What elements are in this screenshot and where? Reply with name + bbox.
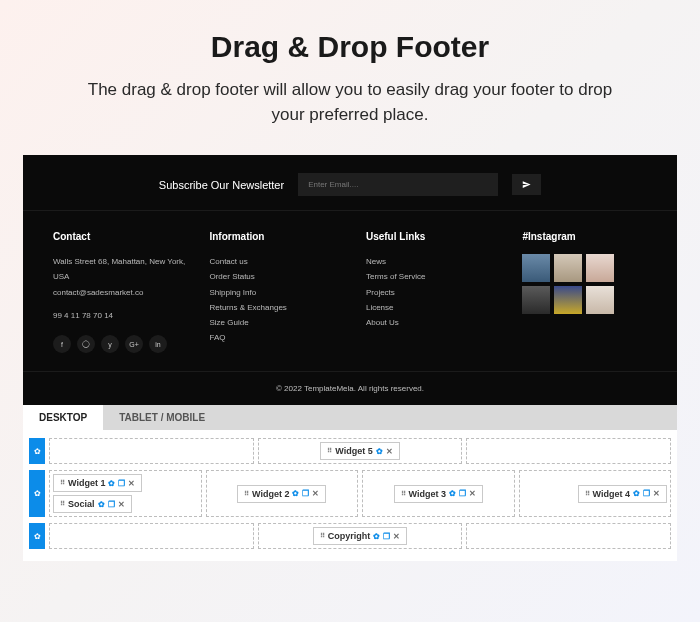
instagram-thumb[interactable] xyxy=(586,286,614,314)
page-subtitle: The drag & drop footer will allow you to… xyxy=(15,78,685,127)
instagram-icon[interactable]: ◯ xyxy=(77,335,95,353)
row-settings-button[interactable]: ✿ xyxy=(29,470,45,517)
gear-icon: ✿ xyxy=(34,447,41,456)
info-link[interactable]: Returns & Exchanges xyxy=(209,300,347,315)
builder-tabs: DESKTOP TABLET / MOBILE xyxy=(23,405,677,430)
widget-block[interactable]: ⠿ Social ✿ ❐ ✕ xyxy=(53,495,132,513)
row-settings-button[interactable]: ✿ xyxy=(29,523,45,549)
drag-icon: ⠿ xyxy=(320,532,325,540)
gear-icon[interactable]: ✿ xyxy=(292,489,299,498)
newsletter-row: Subscribe Our Newsletter xyxy=(23,155,677,211)
widget-label: Social xyxy=(68,499,95,509)
contact-email: contact@sadesmarket.co xyxy=(53,285,191,300)
useful-link[interactable]: News xyxy=(366,254,504,269)
gear-icon[interactable]: ✿ xyxy=(376,447,383,456)
close-icon[interactable]: ✕ xyxy=(118,500,125,509)
facebook-icon[interactable]: f xyxy=(53,335,71,353)
info-link[interactable]: FAQ xyxy=(209,330,347,345)
useful-column: Useful Links News Terms of Service Proje… xyxy=(366,231,504,353)
widget-block[interactable]: ⠿ Widget 4 ✿ ❐ ✕ xyxy=(578,485,667,503)
duplicate-icon[interactable]: ❐ xyxy=(108,500,115,509)
row-settings-button[interactable]: ✿ xyxy=(29,438,45,464)
tab-desktop[interactable]: DESKTOP xyxy=(23,405,103,430)
layout-builder: DESKTOP TABLET / MOBILE ✿ ⠿ Widget 5 ✿ ✕… xyxy=(23,405,677,561)
builder-slot[interactable] xyxy=(466,523,671,549)
drag-icon: ⠿ xyxy=(60,500,65,508)
builder-slot[interactable]: ⠿ Copyright ✿ ❐ ✕ xyxy=(258,523,463,549)
builder-body: ✿ ⠿ Widget 5 ✿ ✕ ✿ ⠿ Widget 1 ✿ ❐ xyxy=(23,430,677,561)
builder-slot[interactable]: ⠿ Widget 4 ✿ ❐ ✕ xyxy=(519,470,672,517)
widget-block[interactable]: ⠿ Widget 1 ✿ ❐ ✕ xyxy=(53,474,142,492)
useful-link[interactable]: License xyxy=(366,300,504,315)
gear-icon[interactable]: ✿ xyxy=(449,489,456,498)
instagram-title: #Instagram xyxy=(522,231,647,242)
instagram-thumb[interactable] xyxy=(586,254,614,282)
close-icon[interactable]: ✕ xyxy=(393,532,400,541)
contact-column: Contact Walls Street 68, Mahattan, New Y… xyxy=(53,231,191,353)
widget-block[interactable]: ⠿ Widget 5 ✿ ✕ xyxy=(320,442,399,460)
builder-slot[interactable] xyxy=(49,523,254,549)
page-title: Drag & Drop Footer xyxy=(15,30,685,64)
builder-row: ✿ ⠿ Copyright ✿ ❐ ✕ xyxy=(29,523,671,549)
builder-slot[interactable] xyxy=(49,438,254,464)
newsletter-send-button[interactable] xyxy=(512,174,541,195)
duplicate-icon[interactable]: ❐ xyxy=(643,489,650,498)
googleplus-icon[interactable]: G+ xyxy=(125,335,143,353)
builder-row: ✿ ⠿ Widget 5 ✿ ✕ xyxy=(29,438,671,464)
drag-icon: ⠿ xyxy=(327,447,332,455)
useful-link[interactable]: Terms of Service xyxy=(366,269,504,284)
builder-slot[interactable]: ⠿ Widget 2 ✿ ❐ ✕ xyxy=(206,470,359,517)
contact-title: Contact xyxy=(53,231,191,242)
builder-slot[interactable]: ⠿ Widget 3 ✿ ❐ ✕ xyxy=(362,470,515,517)
builder-slot[interactable]: ⠿ Widget 1 ✿ ❐ ✕ ⠿ Social ✿ ❐ ✕ xyxy=(49,470,202,517)
useful-link[interactable]: Projects xyxy=(366,285,504,300)
instagram-thumb[interactable] xyxy=(554,286,582,314)
close-icon[interactable]: ✕ xyxy=(386,447,393,456)
info-link[interactable]: Shipping Info xyxy=(209,285,347,300)
gear-icon: ✿ xyxy=(34,489,41,498)
send-icon xyxy=(522,180,531,189)
widget-label: Widget 2 xyxy=(252,489,289,499)
duplicate-icon[interactable]: ❐ xyxy=(118,479,125,488)
duplicate-icon[interactable]: ❐ xyxy=(459,489,466,498)
information-column: Information Contact us Order Status Ship… xyxy=(209,231,347,353)
gear-icon[interactable]: ✿ xyxy=(633,489,640,498)
widget-label: Copyright xyxy=(328,531,371,541)
widget-label: Widget 1 xyxy=(68,478,105,488)
close-icon[interactable]: ✕ xyxy=(128,479,135,488)
social-icons: f ◯ y G+ in xyxy=(53,335,191,353)
duplicate-icon[interactable]: ❐ xyxy=(383,532,390,541)
gear-icon[interactable]: ✿ xyxy=(108,479,115,488)
tab-mobile[interactable]: TABLET / MOBILE xyxy=(103,405,221,430)
instagram-thumb[interactable] xyxy=(522,286,550,314)
copyright-text: © 2022 TemplateMela. All rights reserved… xyxy=(23,371,677,405)
close-icon[interactable]: ✕ xyxy=(653,489,660,498)
twitter-icon[interactable]: y xyxy=(101,335,119,353)
linkedin-icon[interactable]: in xyxy=(149,335,167,353)
newsletter-input[interactable] xyxy=(298,173,498,196)
newsletter-label: Subscribe Our Newsletter xyxy=(159,179,284,191)
useful-link[interactable]: About Us xyxy=(366,315,504,330)
instagram-thumb[interactable] xyxy=(522,254,550,282)
drag-icon: ⠿ xyxy=(401,490,406,498)
widget-block[interactable]: ⠿ Widget 2 ✿ ❐ ✕ xyxy=(237,485,326,503)
duplicate-icon[interactable]: ❐ xyxy=(302,489,309,498)
widget-block[interactable]: ⠿ Widget 3 ✿ ❐ ✕ xyxy=(394,485,483,503)
information-title: Information xyxy=(209,231,347,242)
info-link[interactable]: Size Guide xyxy=(209,315,347,330)
close-icon[interactable]: ✕ xyxy=(312,489,319,498)
info-link[interactable]: Contact us xyxy=(209,254,347,269)
gear-icon[interactable]: ✿ xyxy=(98,500,105,509)
useful-title: Useful Links xyxy=(366,231,504,242)
instagram-thumb[interactable] xyxy=(554,254,582,282)
gear-icon[interactable]: ✿ xyxy=(373,532,380,541)
widget-block[interactable]: ⠿ Copyright ✿ ❐ ✕ xyxy=(313,527,408,545)
widget-label: Widget 4 xyxy=(593,489,630,499)
builder-slot[interactable] xyxy=(466,438,671,464)
builder-slot[interactable]: ⠿ Widget 5 ✿ ✕ xyxy=(258,438,463,464)
contact-phone: 99 4 11 78 70 14 xyxy=(53,308,191,323)
gear-icon: ✿ xyxy=(34,532,41,541)
info-link[interactable]: Order Status xyxy=(209,269,347,284)
drag-icon: ⠿ xyxy=(585,490,590,498)
close-icon[interactable]: ✕ xyxy=(469,489,476,498)
